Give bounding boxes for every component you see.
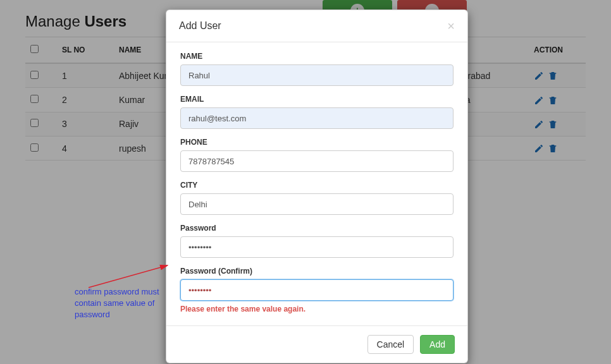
city-label: CITY	[180, 181, 454, 190]
modal-header: Add User ×	[166, 10, 467, 42]
confirm-password-label: Password (Confirm)	[180, 267, 454, 276]
add-button[interactable]: Add	[420, 335, 455, 354]
confirm-password-input[interactable]	[180, 279, 454, 301]
phone-label: PHONE	[180, 138, 454, 147]
password-label: Password	[180, 224, 454, 233]
city-input[interactable]	[180, 193, 454, 215]
cancel-button[interactable]: Cancel	[367, 335, 414, 354]
password-input[interactable]	[180, 236, 454, 258]
annotation-text: confirm password must contain same value…	[75, 286, 163, 321]
email-input[interactable]	[180, 107, 454, 129]
modal-title: Add User	[179, 20, 221, 32]
modal-body: NAME EMAIL PHONE CITY Password Password …	[166, 42, 467, 325]
email-label: EMAIL	[180, 95, 454, 104]
modal-footer: Cancel Add	[166, 325, 467, 363]
add-user-modal: Add User × NAME EMAIL PHONE CITY Passwor…	[166, 9, 468, 363]
confirm-password-error: Please enter the same value again.	[180, 305, 454, 313]
phone-input[interactable]	[180, 150, 454, 172]
name-input[interactable]	[180, 64, 454, 86]
name-label: NAME	[180, 52, 454, 61]
close-icon[interactable]: ×	[447, 20, 455, 32]
